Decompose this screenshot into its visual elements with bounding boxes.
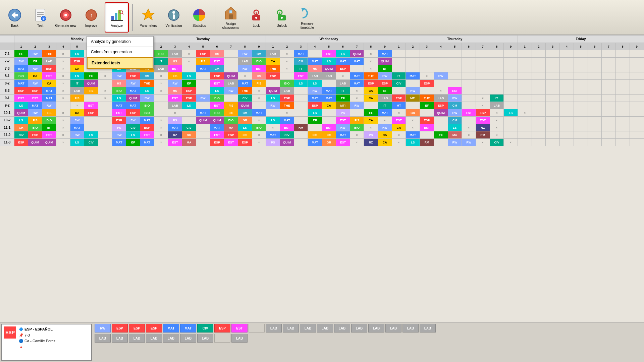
schedule-cell[interactable]: LAB [168,50,182,58]
schedule-cell[interactable]: × [56,65,70,72]
schedule-cell[interactable]: LS [70,50,84,58]
schedule-cell[interactable]: × [392,131,406,139]
schedule-cell[interactable]: EF [84,72,98,80]
schedule-cell[interactable]: RW [448,95,462,102]
slot-esp-3[interactable]: ESP [146,324,162,333]
schedule-cell[interactable]: MAT [280,117,294,124]
schedule-cell[interactable]: ESP [364,80,378,87]
schedule-cell[interactable]: CA [364,117,378,124]
schedule-cell[interactable]: LS [294,80,308,87]
analyze-button[interactable]: Analyze [105,2,129,33]
schedule-cell[interactable]: PS [364,131,378,139]
schedule-cell[interactable]: MAT [14,80,28,87]
schedule-cell[interactable]: LAB [490,102,504,109]
schedule-cell[interactable]: THE [420,95,434,102]
schedule-cell[interactable]: ESP [28,87,42,95]
improve-button[interactable]: ↑ Improve [79,2,103,33]
schedule-cell[interactable]: GR [182,131,196,139]
schedule-cell[interactable]: QUIM [322,65,336,72]
schedule-cell[interactable]: EF [364,109,378,117]
schedule-cell[interactable]: FIS [42,109,56,117]
schedule-cell[interactable]: MAT [308,139,322,146]
slot-lab-b3[interactable]: LAB [129,334,145,343]
schedule-cell[interactable]: EST [420,124,434,131]
schedule-cell[interactable]: × [252,117,266,124]
schedule-cell[interactable]: EST [448,87,462,95]
schedule-cell[interactable]: FIS [28,117,42,124]
schedule-cell[interactable]: EST [28,95,42,102]
slot-mat-2[interactable]: MAT [180,324,196,333]
schedule-cell[interactable]: LAB [70,87,84,95]
schedule-cell[interactable]: FIS [252,80,266,87]
slot-esp-2[interactable]: ESP [129,324,145,333]
schedule-cell[interactable]: THE [266,65,280,72]
schedule-cell[interactable]: CA [322,102,336,109]
slot-lab-b4[interactable]: LAB [146,334,162,343]
schedule-cell[interactable]: × [378,117,392,124]
schedule-cell[interactable]: × [392,109,406,117]
schedule-cell[interactable]: BIO [280,80,294,87]
schedule-cell[interactable]: LS [182,72,196,80]
schedule-cell[interactable]: × [490,124,504,131]
schedule-cell[interactable]: ESP [28,131,42,139]
schedule-cell[interactable]: LAB [308,72,322,80]
schedule-cell[interactable]: RW [28,65,42,72]
schedule-cell[interactable]: EST [112,109,126,117]
schedule-cell[interactable]: FIS [224,102,238,109]
schedule-cell[interactable]: MAT [168,124,182,131]
schedule-cell[interactable]: × [364,124,378,131]
schedule-cell[interactable]: RW [14,58,28,65]
schedule-cell[interactable]: CA [364,87,378,95]
schedule-cell[interactable]: LS [126,131,140,139]
schedule-cell[interactable]: QUIM [126,95,140,102]
schedule-cell[interactable]: PS [336,109,350,117]
dropdown-item-extended-tests[interactable]: Extended tests [87,57,153,69]
schedule-cell[interactable]: CIV [490,139,504,146]
schedule-cell[interactable]: BIO [154,50,168,58]
schedule-cell[interactable]: × [154,117,168,124]
schedule-cell[interactable]: BIO [224,117,238,124]
schedule-cell[interactable]: × [280,50,294,58]
schedule-cell[interactable]: IT [294,65,308,72]
schedule-cell[interactable]: BIO [210,109,224,117]
slot-esp-4[interactable]: ESP [214,324,230,333]
schedule-cell[interactable]: PS [112,124,126,131]
schedule-cell[interactable]: RW [350,102,364,109]
schedule-cell[interactable]: QUIM [42,139,56,146]
schedule-cell[interactable]: × [252,131,266,139]
schedule-cell[interactable]: MAT [378,50,392,58]
assign-classrooms-button[interactable]: Assign classrooms [219,2,243,33]
schedule-cell[interactable]: MAT [140,117,154,124]
slot-lab-b8[interactable]: LAB [231,334,248,343]
statistics-button[interactable]: Statistics [187,2,211,33]
schedule-cell[interactable]: ESP [434,102,448,109]
schedule-cell[interactable]: × [364,58,378,65]
schedule-cell[interactable]: × [56,124,70,131]
schedule-cell[interactable]: EST [210,80,224,87]
slot-lab-b1[interactable]: LAB [95,334,111,343]
schedule-cell[interactable]: MAT [112,102,126,109]
schedule-cell[interactable]: × [168,109,182,117]
schedule-cell[interactable]: MAT [322,95,336,102]
schedule-cell[interactable]: MAT [308,58,322,65]
schedule-cell[interactable]: FIS [322,131,336,139]
schedule-cell[interactable]: MAT [70,124,84,131]
slot-lab-10[interactable]: LAB [420,324,436,333]
schedule-cell[interactable]: HS [168,87,182,95]
schedule-cell[interactable]: EST [210,102,224,109]
schedule-cell[interactable]: CA [378,131,392,139]
schedule-cell[interactable]: ESP [42,65,56,72]
schedule-cell[interactable]: RW [448,139,462,146]
schedule-cell[interactable]: RW [378,124,392,131]
schedule-cell[interactable]: FIS [84,87,98,95]
schedule-cell[interactable]: EST [14,95,28,102]
schedule-cell[interactable]: THE [364,72,378,80]
schedule-cell[interactable]: MTI [406,95,420,102]
schedule-cell[interactable]: FIS [196,58,210,65]
slot-civ-1[interactable]: CIV [197,324,213,333]
dropdown-item-colors-generation[interactable]: Colors from generation [87,47,153,57]
schedule-cell[interactable]: FIS [224,109,238,117]
slot-lab-1[interactable]: LAB [266,324,282,333]
slot-rw-1[interactable]: RW [95,324,111,333]
schedule-cell[interactable]: MAT [42,87,56,95]
